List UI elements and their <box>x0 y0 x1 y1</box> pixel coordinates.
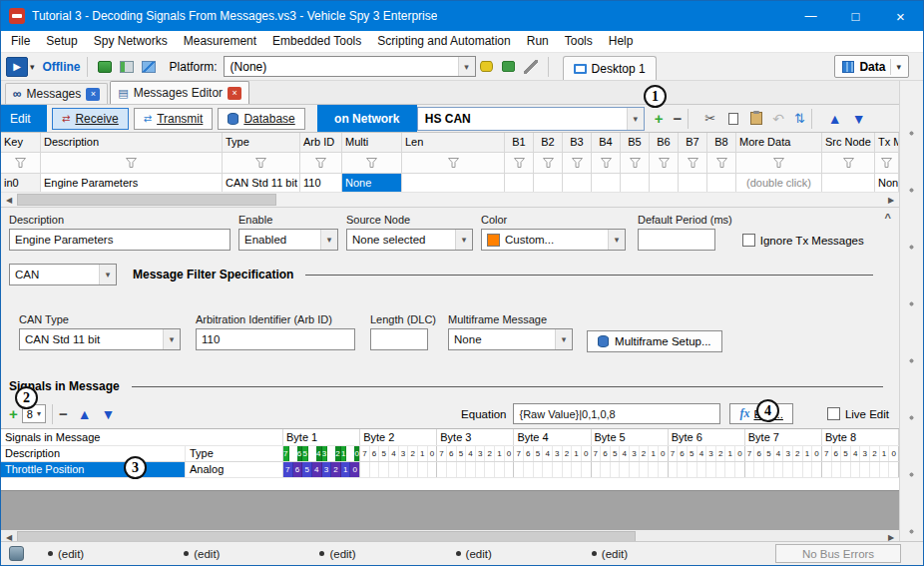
bit-header-cell[interactable]: 3 <box>476 446 486 461</box>
signal-bit-cell[interactable] <box>774 462 784 477</box>
column-header[interactable]: B2 <box>534 133 563 152</box>
column-header[interactable]: B1 <box>505 133 534 152</box>
signal-bit-cell[interactable] <box>754 462 764 477</box>
io-icon[interactable] <box>140 58 158 76</box>
filter-cell[interactable] <box>1 153 41 173</box>
column-header[interactable]: More Data <box>736 133 822 152</box>
signal-bit-cell[interactable] <box>764 462 774 477</box>
column-header[interactable]: Src Node <box>822 133 875 152</box>
menu-item-help[interactable]: Help <box>601 31 642 52</box>
signal-bit-cell[interactable] <box>360 462 370 477</box>
bit-header-cell[interactable]: 7 <box>437 446 447 461</box>
signal-bit-cell[interactable] <box>437 462 447 477</box>
bit-header-cell[interactable]: 3 <box>706 446 716 461</box>
filter-cell[interactable] <box>402 153 505 173</box>
remove-message-button[interactable]: − <box>674 111 683 126</box>
description-column-header[interactable]: Description <box>1 446 186 461</box>
bit-header-cell[interactable]: 5 <box>534 446 544 461</box>
scroll-left-icon[interactable]: ◀ <box>1 196 17 205</box>
signal-bit-cell[interactable] <box>466 462 476 477</box>
collapse-panel-icon[interactable]: ^ <box>885 212 891 224</box>
bit-header-cell[interactable]: 4 <box>620 446 630 461</box>
chevron-down-icon[interactable]: ▾ <box>608 230 625 250</box>
message-cell[interactable]: None <box>875 174 899 192</box>
message-cell[interactable] <box>402 174 505 192</box>
chevron-down-icon[interactable]: ▾ <box>30 62 35 72</box>
remove-signal-button[interactable]: − <box>59 406 68 421</box>
message-cell[interactable]: CAN Std 11 bit <box>223 174 300 192</box>
transmit-button[interactable]: ⇄ Transmit <box>134 108 214 130</box>
live-edit-checkbox[interactable]: Live Edit <box>827 407 889 420</box>
maximize-button[interactable]: □ <box>833 1 878 31</box>
bit-header-cell[interactable]: 5 <box>302 446 308 461</box>
chevron-down-icon[interactable]: ▾ <box>320 230 337 250</box>
signal-bit-cell[interactable] <box>428 462 437 477</box>
run-button[interactable]: ▶ ▾ <box>6 57 35 77</box>
menu-item-run[interactable]: Run <box>519 31 557 52</box>
bit-header-cell[interactable]: 3 <box>783 446 793 461</box>
bit-header-cell[interactable]: 7 <box>592 446 602 461</box>
cut-icon[interactable]: ✂ <box>704 112 715 125</box>
bit-header-cell[interactable]: 1 <box>803 446 813 461</box>
bit-header-cell[interactable]: 5 <box>379 446 389 461</box>
column-header[interactable]: Type <box>223 133 300 152</box>
bit-header-cell[interactable]: 3 <box>630 446 640 461</box>
database-icon[interactable] <box>478 58 496 76</box>
bit-header-cell[interactable]: 1 <box>725 446 735 461</box>
message-cell[interactable] <box>679 174 707 192</box>
bit-header-cell[interactable]: 6 <box>601 446 611 461</box>
bit-header-cell[interactable]: 6 <box>524 446 534 461</box>
bit-header-cell[interactable]: 7 <box>745 446 755 461</box>
bit-header-cell[interactable]: 0 <box>354 446 359 461</box>
signal-bit-cell[interactable]: 6 <box>293 462 303 477</box>
filter-cell[interactable] <box>736 153 822 173</box>
bit-header-cell[interactable]: 3 <box>322 446 328 461</box>
sort-icon[interactable]: ⇅ <box>794 112 805 125</box>
filter-cell[interactable] <box>223 153 300 173</box>
bit-header-cell[interactable]: 4 <box>543 446 553 461</box>
column-header[interactable]: Description <box>41 133 223 152</box>
wrench-icon[interactable] <box>522 58 540 76</box>
signal-bit-cell[interactable] <box>640 462 650 477</box>
signal-bit-cell[interactable] <box>860 462 870 477</box>
arb-id-input[interactable]: 110 <box>196 328 355 350</box>
move-signal-down-icon[interactable]: ▼ <box>102 407 116 421</box>
signal-bit-cell[interactable]: 3 <box>322 462 332 477</box>
bit-header-cell[interactable]: 3 <box>553 446 563 461</box>
column-header[interactable]: Multi <box>342 133 402 152</box>
filter-cell[interactable] <box>534 153 563 173</box>
move-down-icon[interactable]: ▼ <box>852 112 866 126</box>
bit-header-cell[interactable]: 0 <box>428 446 437 461</box>
message-cell[interactable] <box>534 174 563 192</box>
chevron-down-icon[interactable]: ▾ <box>37 409 41 418</box>
filter-cell[interactable] <box>650 153 679 173</box>
signal-type-cell[interactable]: Analog <box>186 462 283 477</box>
signal-bit-cell[interactable] <box>389 462 399 477</box>
message-cell[interactable]: (double click) <box>736 174 822 192</box>
signal-bit-cell[interactable] <box>716 462 726 477</box>
bit-header-cell[interactable]: 6 <box>370 446 380 461</box>
message-cell[interactable] <box>505 174 534 192</box>
filter-cell[interactable] <box>505 153 534 173</box>
bit-header-cell[interactable]: 1 <box>880 446 890 461</box>
multiframe-setup-button[interactable]: Multiframe Setup... <box>587 330 722 352</box>
signal-bit-cell[interactable] <box>688 462 697 477</box>
multiframe-select[interactable]: None ▾ <box>448 328 573 350</box>
bit-header-cell[interactable]: 3 <box>860 446 870 461</box>
bit-header-cell[interactable]: 1 <box>341 446 347 461</box>
filter-cell[interactable] <box>707 153 736 173</box>
bit-header-cell[interactable]: 0 <box>659 446 668 461</box>
signal-bit-cell[interactable] <box>697 462 707 477</box>
signal-bit-cell[interactable]: 2 <box>331 462 341 477</box>
description-input[interactable]: Engine Parameters <box>9 229 231 251</box>
bit-header-cell[interactable]: 4 <box>466 446 476 461</box>
ecu-icon[interactable] <box>96 58 114 76</box>
filter-cell[interactable] <box>563 153 592 173</box>
signal-bit-cell[interactable] <box>505 462 514 477</box>
column-header[interactable]: Arb ID <box>300 133 342 152</box>
signal-bit-cell[interactable] <box>534 462 544 477</box>
close-tab-icon[interactable]: × <box>228 87 241 100</box>
column-header[interactable]: Len <box>402 133 505 152</box>
chevron-down-icon[interactable]: ▾ <box>458 57 475 76</box>
status-edit-item[interactable]: (edit) <box>319 548 355 560</box>
